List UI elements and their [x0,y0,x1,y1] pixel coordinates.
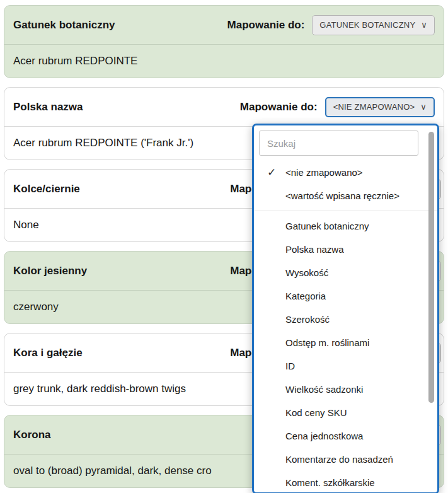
dropdown-option[interactable]: Komentarze do nasadzeń [254,448,437,471]
field-title: Gatunek botaniczny [13,19,115,32]
mapping-group: Mapowanie do: <NIE ZMAPOWANO> ∨ [240,97,435,117]
dropdown-options-list: ✓ <nie zmapowano> <wartość wpisana ręczn… [254,161,437,493]
dropdown-option-label: Odstęp m. roślinami [285,337,369,348]
field-value-text: None [13,219,39,231]
dropdown-option-label: Wysokość [285,267,328,278]
mapping-dropdown-value: GATUNEK BOTANICZNY [319,20,415,30]
dropdown-option[interactable]: Szerokość [254,308,437,331]
mapping-label: Mapowanie do: [240,101,318,113]
dropdown-option[interactable]: Odstęp m. roślinami [254,331,437,354]
dropdown-option-label: <nie zmapowano> [285,167,363,178]
dropdown-scrollbar[interactable] [428,132,434,403]
field-value-text: Acer rubrum REDPOINTE [13,55,137,67]
dropdown-option-label: Koment. szkółkarskie [285,477,375,488]
dropdown-option[interactable]: Wysokość [254,261,437,284]
dropdown-option-label: Gatunek botaniczny [285,221,369,231]
mapping-dropdown-button[interactable]: GATUNEK BOTANICZNY ∨ [312,15,435,35]
mapping-label: Mapowanie do: [227,19,305,32]
field-value: Acer rubrum REDPOINTE [4,45,444,78]
dropdown-option-label: Szerokość [285,314,330,325]
check-icon: ✓ [267,166,276,179]
dropdown-option[interactable]: Wielkość sadzonki [254,378,437,401]
dropdown-option-label: Cena jednostkowa [285,431,363,441]
mapping-page: Gatunek botaniczny Mapowanie do: GATUNEK… [0,0,448,493]
dropdown-option[interactable]: Polska nazwa [254,238,437,261]
dropdown-option-label: ID [285,361,295,371]
dropdown-option[interactable]: Gatunek botaniczny [254,214,437,238]
dropdown-option-label: Kategoria [285,291,326,301]
card-header: Polska nazwa Mapowanie do: <NIE ZMAPOWAN… [4,88,444,127]
field-value-text: oval to (broad) pyramidal, dark, dense c… [13,465,212,477]
dropdown-option[interactable]: Koment. szkółkarskie [254,471,437,493]
mapping-group: Mapowanie do: GATUNEK BOTANICZNY ∨ [227,15,435,35]
dropdown-option-label: Kod ceny SKU [285,407,347,418]
chevron-down-icon: ∨ [420,102,427,112]
mapping-dropdown-button-open[interactable]: <NIE ZMAPOWANO> ∨ [325,97,435,117]
field-title: Polska nazwa [13,101,83,113]
dropdown-option[interactable]: Kategoria [254,284,437,308]
mapping-dropdown-value: <NIE ZMAPOWANO> [333,102,415,112]
dropdown-option-label: Komentarze do nasadzeń [285,454,393,465]
dropdown-option-label: Wielkość sadzonki [285,384,363,395]
mapping-dropdown-panel: ✓ <nie zmapowano> <wartość wpisana ręczn… [252,124,439,493]
field-value-text: grey trunk, dark reddish-brown twigs [13,383,186,395]
field-title: Kora i gałęzie [13,347,83,359]
field-card-gatunek-botaniczny: Gatunek botaniczny Mapowanie do: GATUNEK… [4,5,444,78]
dropdown-option-nie-zmapowano[interactable]: ✓ <nie zmapowano> [254,161,437,184]
field-title: Kolor jesienny [13,265,87,277]
dropdown-option[interactable]: Kod ceny SKU [254,401,437,424]
chevron-down-icon: ∨ [421,20,427,30]
dropdown-search-input[interactable] [259,130,418,156]
field-value-text: czerwony [13,301,59,313]
dropdown-option[interactable]: Cena jednostkowa [254,424,437,448]
field-title: Kolce/ciernie [13,183,80,195]
dropdown-divider [254,211,437,211]
dropdown-option-wartosc-reczna[interactable]: <wartość wpisana ręcznie> [254,184,437,207]
dropdown-option-label: <wartość wpisana ręcznie> [285,190,399,201]
dropdown-option[interactable]: ID [254,354,437,378]
field-title: Korona [13,429,51,441]
dropdown-option-label: Polska nazwa [285,244,344,255]
field-value-text: Acer rubrum REDPOINTE ('Frank Jr.') [13,137,193,149]
card-header: Gatunek botaniczny Mapowanie do: GATUNEK… [4,6,444,45]
